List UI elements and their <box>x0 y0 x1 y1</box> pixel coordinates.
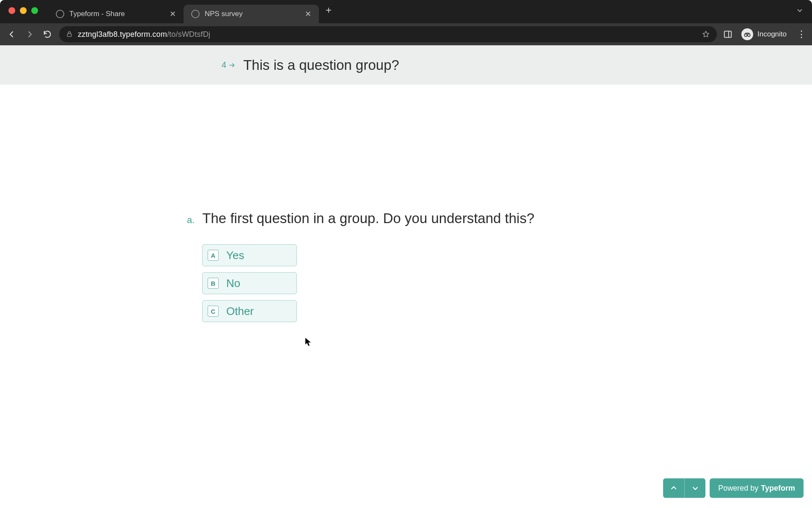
powered-prefix: Powered by <box>718 484 758 493</box>
choice-key: C <box>208 306 219 317</box>
choice-key: B <box>208 278 219 289</box>
question-group-header: 4 This is a question group? <box>0 45 812 85</box>
mouse-cursor-icon <box>305 337 312 347</box>
prev-question-button[interactable] <box>663 478 684 498</box>
group-number: 4 <box>222 60 236 70</box>
incognito-icon <box>741 28 753 40</box>
favicon-loading-icon <box>191 10 200 18</box>
question-row: a. The first question in a group. Do you… <box>187 210 812 226</box>
svg-point-4 <box>748 34 750 36</box>
reload-button[interactable] <box>41 28 53 40</box>
typeform-footer: Powered by Typeform <box>663 478 804 498</box>
browser-tabstrip: Typeform - Share ✕ NPS survey ✕ + <box>0 0 812 23</box>
browser-menu-button[interactable]: ⋮ <box>793 29 806 40</box>
bookmark-star-icon[interactable] <box>702 30 710 39</box>
group-title: This is a question group? <box>243 57 399 73</box>
arrow-right-icon <box>229 62 236 68</box>
window-controls <box>5 7 48 14</box>
choice-other[interactable]: C Other <box>202 300 297 322</box>
forward-button[interactable] <box>24 28 36 40</box>
choice-label: Other <box>226 305 254 318</box>
nav-buttons <box>663 478 705 498</box>
choice-label: No <box>226 277 240 290</box>
favicon-loading-icon <box>56 10 64 18</box>
question-marker: a. <box>187 215 195 226</box>
close-tab-icon[interactable]: ✕ <box>305 9 311 19</box>
browser-toolbar: zztngl3afb8.typeform.com/to/sWDtsfDj Inc… <box>0 23 812 45</box>
tab-title: Typeform - Share <box>69 10 165 18</box>
minimize-window-button[interactable] <box>20 7 27 14</box>
close-window-button[interactable] <box>8 7 15 14</box>
typeform-page: 4 This is a question group? a. The first… <box>0 45 812 508</box>
lock-icon <box>66 31 73 38</box>
incognito-label: Incognito <box>757 30 787 39</box>
next-question-button[interactable] <box>684 478 705 498</box>
tab-title: NPS survey <box>205 10 300 18</box>
choice-no[interactable]: B No <box>202 272 297 294</box>
choice-list: A Yes B No C Other <box>202 244 812 322</box>
incognito-indicator[interactable]: Incognito <box>739 28 787 40</box>
side-panel-icon[interactable] <box>723 29 733 39</box>
tabs-dropdown-button[interactable] <box>796 7 807 17</box>
svg-rect-0 <box>67 34 71 37</box>
choice-yes[interactable]: A Yes <box>202 244 297 266</box>
powered-brand: Typeform <box>761 484 795 493</box>
browser-tab-typeform-share[interactable]: Typeform - Share ✕ <box>48 5 184 23</box>
svg-rect-1 <box>724 31 732 38</box>
question-text: The first question in a group. Do you un… <box>202 210 534 226</box>
back-button[interactable] <box>6 28 18 40</box>
svg-point-3 <box>744 34 747 36</box>
powered-by-typeform[interactable]: Powered by Typeform <box>710 478 804 498</box>
choice-key: A <box>208 250 219 261</box>
url-text: zztngl3afb8.typeform.com/to/sWDtsfDj <box>78 30 210 39</box>
choice-label: Yes <box>226 249 244 262</box>
close-tab-icon[interactable]: ✕ <box>170 9 176 19</box>
address-bar[interactable]: zztngl3afb8.typeform.com/to/sWDtsfDj <box>59 26 717 42</box>
browser-tab-nps-survey[interactable]: NPS survey ✕ <box>184 5 319 23</box>
group-number-text: 4 <box>222 60 226 70</box>
fullscreen-window-button[interactable] <box>31 7 38 14</box>
new-tab-button[interactable]: + <box>319 4 338 19</box>
